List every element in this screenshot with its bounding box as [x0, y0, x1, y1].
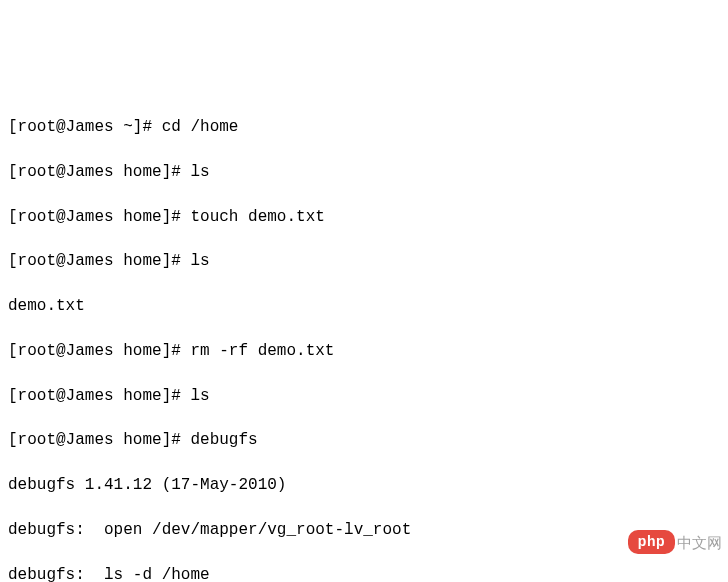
output-line: debugfs: ls -d /home: [8, 564, 720, 582]
prompt-line: [root@James home]# rm -rf demo.txt: [8, 340, 720, 362]
prompt-line: [root@James home]# touch demo.txt: [8, 206, 720, 228]
prompt-line: [root@James ~]# cd /home: [8, 116, 720, 138]
watermark-pill: php: [628, 530, 675, 554]
prompt-line: [root@James home]# debugfs: [8, 429, 720, 451]
command: debugfs: [190, 431, 257, 449]
output-line: debugfs 1.41.12 (17-May-2010): [8, 474, 720, 496]
command: cd /home: [162, 118, 239, 136]
prompt-line: [root@James home]# ls: [8, 385, 720, 407]
output-line: demo.txt: [8, 295, 720, 317]
prompt-line: [root@James home]# ls: [8, 161, 720, 183]
command: ls: [190, 252, 209, 270]
command: touch demo.txt: [190, 208, 324, 226]
watermark: php 中文网: [628, 530, 722, 554]
watermark-text: 中文网: [677, 532, 722, 553]
output-line: debugfs: open /dev/mapper/vg_root-lv_roo…: [8, 519, 720, 541]
prompt: [root@James home]#: [8, 342, 190, 360]
command: ls: [190, 387, 209, 405]
prompt-line: [root@James home]# ls: [8, 250, 720, 272]
command: ls: [190, 163, 209, 181]
prompt: [root@James home]#: [8, 208, 190, 226]
prompt: [root@James home]#: [8, 252, 190, 270]
prompt: [root@James home]#: [8, 431, 190, 449]
prompt: [root@James home]#: [8, 387, 190, 405]
prompt: [root@James home]#: [8, 163, 190, 181]
command: rm -rf demo.txt: [190, 342, 334, 360]
prompt: [root@James ~]#: [8, 118, 162, 136]
terminal-output[interactable]: [root@James ~]# cd /home [root@James hom…: [8, 94, 720, 582]
